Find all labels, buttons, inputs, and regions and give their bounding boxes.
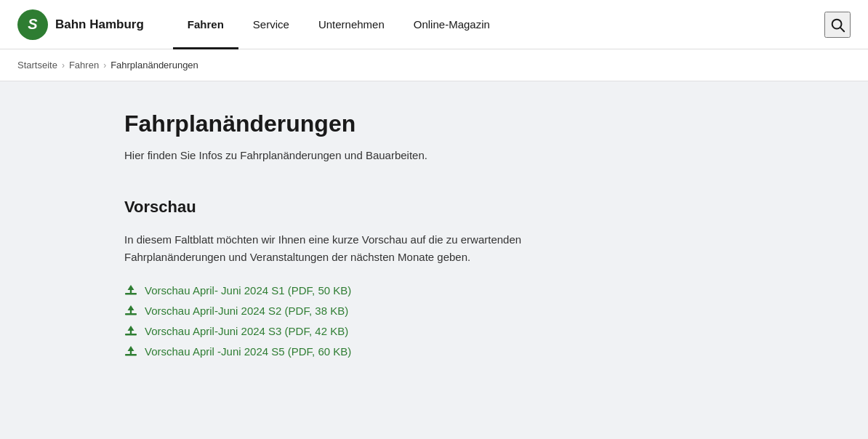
download-label: Vorschau April-Juni 2024 S2 (PDF, 38 KB) — [145, 305, 348, 317]
svg-rect-2 — [125, 293, 137, 295]
main-content: Fahrplanänderungen Hier finden Sie Infos… — [107, 81, 761, 401]
section-description: In diesem Faltblatt möchten wir Ihnen ei… — [124, 231, 619, 266]
list-item: Vorschau April-Juni 2024 S3 (PDF, 42 KB) — [124, 324, 744, 337]
logo-icon: S — [17, 9, 48, 40]
download-link-s5[interactable]: Vorschau April -Juni 2024 S5 (PDF, 60 KB… — [124, 345, 744, 358]
download-icon — [124, 304, 137, 317]
svg-marker-5 — [128, 305, 134, 313]
breadcrumb-item-startseite[interactable]: Startseite — [17, 60, 57, 71]
nav-item-online-magazin[interactable]: Online-Magazin — [399, 0, 505, 49]
search-button[interactable] — [824, 12, 851, 38]
page-subtitle: Hier finden Sie Infos zu Fahrplanänderun… — [124, 149, 744, 161]
download-list: Vorschau April- Juni 2024 S1 (PDF, 50 KB… — [124, 283, 744, 358]
main-nav: Fahren Service Unternehmen Online-Magazi… — [173, 0, 824, 49]
search-icon — [829, 17, 845, 33]
list-item: Vorschau April- Juni 2024 S1 (PDF, 50 KB… — [124, 283, 744, 297]
download-label: Vorschau April -Juni 2024 S5 (PDF, 60 KB… — [145, 345, 351, 358]
breadcrumb: Startseite › Fahren › Fahrplanänderungen — [0, 49, 868, 81]
download-link-s3[interactable]: Vorschau April-Juni 2024 S3 (PDF, 42 KB) — [124, 324, 744, 337]
download-label: Vorschau April-Juni 2024 S3 (PDF, 42 KB) — [145, 325, 348, 337]
breadcrumb-separator-2: › — [103, 60, 106, 71]
svg-marker-7 — [128, 326, 134, 334]
download-link-s2[interactable]: Vorschau April-Juni 2024 S2 (PDF, 38 KB) — [124, 304, 744, 317]
download-label: Vorschau April- Juni 2024 S1 (PDF, 50 KB… — [145, 284, 351, 297]
download-icon — [124, 345, 137, 358]
svg-marker-9 — [128, 346, 134, 354]
breadcrumb-item-fahren[interactable]: Fahren — [69, 60, 99, 71]
download-icon — [124, 283, 137, 297]
logo-link[interactable]: S Bahn Hamburg — [17, 9, 144, 40]
breadcrumb-item-current: Fahrplanänderungen — [110, 60, 198, 71]
list-item: Vorschau April-Juni 2024 S2 (PDF, 38 KB) — [124, 304, 744, 317]
download-link-s1[interactable]: Vorschau April- Juni 2024 S1 (PDF, 50 KB… — [124, 283, 744, 297]
list-item: Vorschau April -Juni 2024 S5 (PDF, 60 KB… — [124, 345, 744, 358]
svg-marker-3 — [128, 285, 134, 293]
download-icon — [124, 324, 137, 337]
svg-rect-6 — [125, 334, 137, 336]
section-title-vorschau: Vorschau — [124, 198, 744, 217]
svg-rect-4 — [125, 313, 137, 315]
nav-item-fahren[interactable]: Fahren — [173, 0, 238, 49]
logo-name: Bahn Hamburg — [55, 17, 144, 32]
nav-item-unternehmen[interactable]: Unternehmen — [304, 0, 399, 49]
svg-line-1 — [840, 28, 844, 31]
svg-rect-8 — [125, 354, 137, 356]
site-header: S Bahn Hamburg Fahren Service Unternehme… — [0, 0, 868, 49]
nav-item-service[interactable]: Service — [238, 0, 304, 49]
breadcrumb-separator-1: › — [62, 60, 65, 71]
page-title: Fahrplanänderungen — [124, 110, 744, 137]
